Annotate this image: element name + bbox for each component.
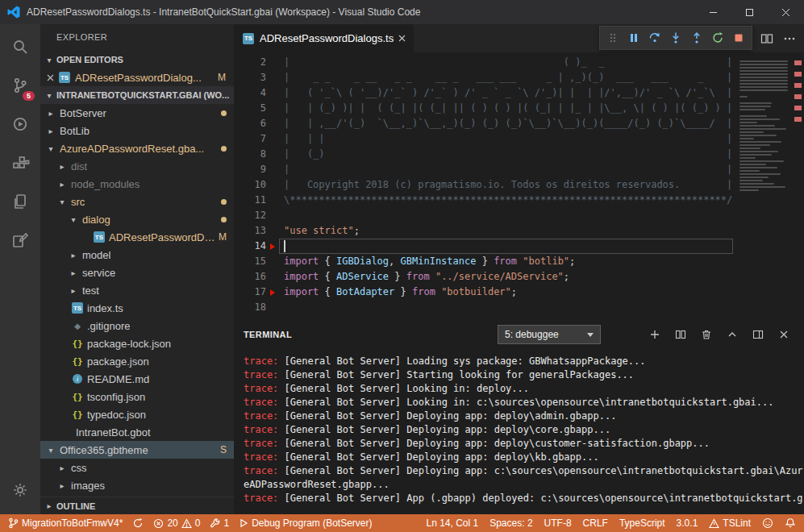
tree-item-package-lock-json[interactable]: {}package-lock.json xyxy=(40,335,234,352)
breakpoint-gutter[interactable] xyxy=(266,116,279,131)
debug-icon[interactable] xyxy=(0,105,40,143)
terminal-output[interactable]: trace: [General Bot Server] Loading sys … xyxy=(234,348,804,514)
tree-item-botserver[interactable]: ▸BotServer xyxy=(40,104,234,122)
outline-section-header[interactable]: ▸ OUTLINE xyxy=(40,497,234,514)
split-editor-icon[interactable] xyxy=(760,32,773,45)
encoding-item[interactable]: UTF-8 xyxy=(544,517,572,529)
workspace-section-header[interactable]: ▾ INTRANETBOTQUICKSTART.GBAI (WO... xyxy=(40,86,234,104)
tree-item-node-modules[interactable]: ▸node_modules xyxy=(40,175,234,193)
breakpoint-gutter[interactable] xyxy=(266,162,279,177)
line-number[interactable]: 16 xyxy=(234,269,266,285)
tree-item-typedoc-json[interactable]: {}typedoc.json xyxy=(40,405,234,423)
debug-step-over-button[interactable] xyxy=(644,27,665,49)
terminal-instance-select[interactable]: 5: debuggee xyxy=(498,325,601,344)
tree-item-azureadpasswordreset-gba[interactable]: ▾AzureADPasswordReset.gba... xyxy=(40,139,234,157)
debug-restart-button[interactable] xyxy=(707,27,728,49)
line-number[interactable]: 8 xyxy=(234,147,266,162)
source-control-icon[interactable]: 5 xyxy=(0,66,40,105)
panel-layout-icon[interactable] xyxy=(748,324,769,345)
problems-item[interactable]: 20 0 xyxy=(153,517,200,529)
code-line-14[interactable]: 14 xyxy=(234,239,735,254)
settings-gear-icon[interactable] xyxy=(0,471,40,509)
git-branch-item[interactable]: MigrationToBotFmwV4* xyxy=(8,517,123,529)
tab-adresetpassworddialogs[interactable]: TS ADResetPasswordDialogs.ts xyxy=(234,24,414,52)
code-line-16[interactable]: 16import { ADService } from "../service/… xyxy=(234,269,735,285)
search-icon[interactable] xyxy=(0,27,40,66)
line-number[interactable]: 7 xyxy=(234,131,266,147)
tree-item-botlib[interactable]: ▸BotLib xyxy=(40,122,234,139)
terminal-tab[interactable]: TERMINAL xyxy=(244,330,292,339)
line-number[interactable]: 9 xyxy=(234,162,266,177)
line-number[interactable]: 10 xyxy=(234,177,266,193)
kill-terminal-icon[interactable] xyxy=(696,324,717,345)
code-line-13[interactable]: 13"use strict"; xyxy=(234,223,735,239)
tree-item-images[interactable]: ▸images xyxy=(40,476,234,494)
extensions-icon[interactable] xyxy=(0,143,40,182)
breakpoint-gutter[interactable] xyxy=(266,131,279,147)
maximize-button[interactable] xyxy=(731,0,768,24)
tree-item-tsconfig-json[interactable]: {}tsconfig.json xyxy=(40,388,234,405)
minimap[interactable] xyxy=(735,52,793,321)
tree-item-intranetbot-gbot[interactable]: IntranetBot.gbot xyxy=(40,423,234,441)
open-editors-header[interactable]: ▾ OPEN EDITORS xyxy=(40,51,234,69)
code-line-9[interactable]: 9| | xyxy=(234,162,735,177)
open-editor-item[interactable]: TS ADResetPasswordDialog... M xyxy=(40,69,234,86)
tree-item-model[interactable]: ▸model xyxy=(40,246,234,264)
breakpoint-gutter[interactable] xyxy=(266,300,279,315)
breakpoint-gutter[interactable] xyxy=(266,177,279,193)
breakpoint-gutter[interactable] xyxy=(266,208,279,223)
more-actions-icon[interactable] xyxy=(783,32,796,45)
code-line-5[interactable]: 5| | (_) )| | ( (_| |( (_| || ( ) ( ) |(… xyxy=(234,101,735,116)
breakpoint-gutter[interactable] xyxy=(266,193,279,208)
tree-item-dialog[interactable]: ▾dialog xyxy=(40,210,234,228)
breakpoint-gutter[interactable] xyxy=(266,285,279,300)
code-line-7[interactable]: 7| | | | xyxy=(234,131,735,147)
notifications-bell-icon[interactable] xyxy=(785,517,796,529)
close-tab-icon[interactable] xyxy=(398,35,406,42)
code-line-10[interactable]: 10| Copyright 2018 (c) pragmatismo.io. T… xyxy=(234,177,735,193)
code-line-6[interactable]: 6| | ,__/'(_) `\__,_)`\__,_)(_) (_) (_)`… xyxy=(234,116,735,131)
tree-item-index-ts[interactable]: TSindex.ts xyxy=(40,299,234,317)
tasks-item[interactable]: 1 xyxy=(210,517,229,529)
tree-item-css[interactable]: ▸css xyxy=(40,459,234,476)
breakpoint-gutter[interactable] xyxy=(266,269,279,285)
documents-icon[interactable] xyxy=(0,182,40,221)
close-editor-icon[interactable] xyxy=(47,74,54,81)
line-number[interactable]: 11 xyxy=(234,193,266,208)
close-button[interactable] xyxy=(768,0,804,24)
debug-pause-button[interactable] xyxy=(623,27,644,49)
line-number[interactable]: 18 xyxy=(234,300,266,315)
code-line-12[interactable]: 12 xyxy=(234,208,735,223)
language-mode-item[interactable]: TypeScript xyxy=(619,517,665,529)
debug-step-out-button[interactable] xyxy=(686,27,707,49)
new-terminal-icon[interactable] xyxy=(644,324,665,345)
code-line-17[interactable]: 17import { BotAdapter } from "botbuilder… xyxy=(234,285,735,300)
overview-ruler[interactable] xyxy=(793,52,804,321)
breakpoint-gutter[interactable] xyxy=(266,254,279,269)
breakpoint-gutter[interactable] xyxy=(266,239,279,254)
indentation-item[interactable]: Spaces: 2 xyxy=(489,517,532,529)
debug-stop-button[interactable] xyxy=(728,27,749,49)
cursor-position-item[interactable]: Ln 14, Col 1 xyxy=(426,517,478,529)
debug-step-into-button[interactable] xyxy=(665,27,686,49)
code-line-8[interactable]: 8| (_) | xyxy=(234,147,735,162)
minimize-button[interactable] xyxy=(695,0,731,24)
close-panel-icon[interactable] xyxy=(773,324,794,345)
eol-item[interactable]: CRLF xyxy=(583,517,608,529)
tree-item-readme-md[interactable]: iREADME.md xyxy=(40,370,234,388)
breakpoint-gutter[interactable] xyxy=(266,85,279,101)
breakpoint-gutter[interactable] xyxy=(266,101,279,116)
line-number[interactable]: 13 xyxy=(234,223,266,239)
debug-drag-handle[interactable] xyxy=(602,27,623,49)
line-number[interactable]: 6 xyxy=(234,116,266,131)
line-number[interactable]: 3 xyxy=(234,70,266,85)
breakpoint-gutter[interactable] xyxy=(266,70,279,85)
debug-program-item[interactable]: Debug Program (BotServer) xyxy=(239,517,372,529)
breakpoint-gutter[interactable] xyxy=(266,55,279,70)
line-number[interactable]: 5 xyxy=(234,101,266,116)
breakpoint-gutter[interactable] xyxy=(266,223,279,239)
tree-item-package-json[interactable]: {}package.json xyxy=(40,352,234,370)
code-line-15[interactable]: 15import { IGBDialog, GBMinInstance } fr… xyxy=(234,254,735,269)
line-number[interactable]: 17 xyxy=(234,285,266,300)
line-number[interactable]: 2 xyxy=(234,55,266,70)
